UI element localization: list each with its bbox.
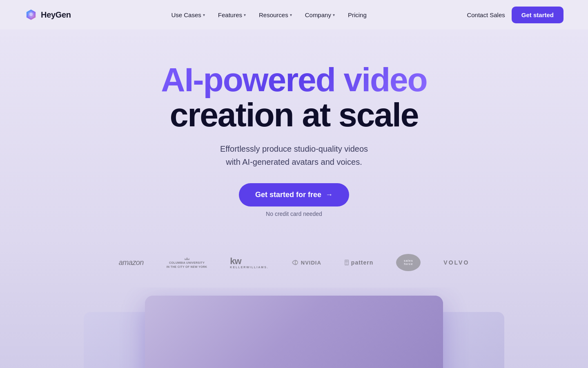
- svg-point-4: [296, 261, 297, 264]
- nav-actions: Contact Sales Get started: [467, 7, 564, 23]
- nvidia-eye-icon: [292, 260, 299, 265]
- hero-title-line2: creation at scale: [170, 96, 419, 133]
- logo-amazon: amazon: [119, 258, 144, 267]
- video-preview-section: [0, 287, 588, 368]
- logo-nvidia: NVIDIA: [292, 260, 321, 266]
- video-preview-card[interactable]: [145, 296, 443, 368]
- logo-link[interactable]: HeyGen: [24, 8, 71, 21]
- nav-links: Use Cases ▾ Features ▾ Resources ▾ Compa…: [165, 8, 372, 22]
- get-started-button[interactable]: Get started: [512, 7, 564, 23]
- nav-item-company[interactable]: Company ▾: [299, 8, 341, 22]
- logo-volvo: VOLVO: [443, 259, 469, 266]
- contact-sales-link[interactable]: Contact Sales: [467, 11, 505, 18]
- hero-section: AI-powered video creation at scale Effor…: [0, 29, 588, 238]
- video-preview-container: [145, 296, 443, 368]
- hero-cta: Get started for free → No credit card ne…: [239, 183, 349, 217]
- hero-title-line1: AI-powered video: [161, 61, 427, 98]
- nav-item-features[interactable]: Features ▾: [212, 8, 252, 22]
- cta-note: No credit card needed: [266, 211, 322, 217]
- chevron-down-icon: ▾: [244, 13, 246, 17]
- nav-item-pricing[interactable]: Pricing: [342, 8, 372, 22]
- pattern-logo-icon: [344, 260, 349, 265]
- arrow-right-icon: →: [325, 191, 333, 199]
- hero-subtitle: Effortlessly produce studio-quality vide…: [220, 142, 368, 168]
- chevron-down-icon: ▾: [203, 13, 205, 17]
- chevron-down-icon: ▾: [333, 13, 335, 17]
- brand-name: HeyGen: [41, 10, 71, 20]
- navbar: HeyGen Use Cases ▾ Features ▾ Resources …: [0, 0, 588, 29]
- columbia-crown-icon: [184, 256, 190, 260]
- logo-pattern: pattern: [344, 259, 373, 266]
- video-card-inner: [145, 296, 443, 368]
- logo-salesforce: salesforce: [396, 254, 421, 271]
- hero-cta-button[interactable]: Get started for free →: [239, 183, 349, 206]
- nav-item-use-cases[interactable]: Use Cases ▾: [165, 8, 210, 22]
- nav-item-resources[interactable]: Resources ▾: [253, 8, 298, 22]
- logo-columbia: COLUMBIA UNIVERSITYIN THE CITY OF NEW YO…: [167, 256, 207, 269]
- logo-keller-williams: kw KELLERWILLIAMS.: [230, 257, 268, 269]
- logos-section: amazon COLUMBIA UNIVERSITYIN THE CITY OF…: [0, 238, 588, 287]
- chevron-down-icon: ▾: [290, 13, 292, 17]
- hero-title: AI-powered video creation at scale: [161, 62, 427, 132]
- logo-icon: [24, 8, 38, 21]
